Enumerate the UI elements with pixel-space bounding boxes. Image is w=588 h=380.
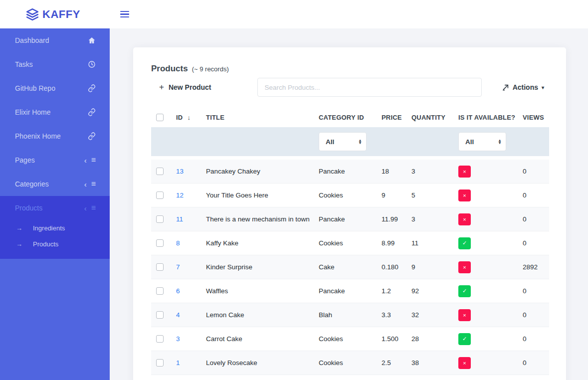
available-no-badge: × [458, 213, 471, 225]
sidebar-item-pages[interactable]: Pages‹≡ [0, 148, 110, 172]
row-checkbox[interactable] [156, 263, 164, 271]
row-quantity: 28 [411, 335, 458, 343]
row-checkbox[interactable] [156, 168, 164, 175]
row-quantity: 11 [411, 239, 458, 247]
sidebar: DashboardTasksGitHub RepoElixir HomePhoe… [0, 28, 110, 380]
available-yes-badge: ✓ [458, 285, 471, 297]
export-arrow-icon [502, 84, 509, 91]
row-id-link[interactable]: 7 [176, 263, 180, 271]
available-no-badge: × [458, 166, 471, 178]
row-title: Your Title Goes Here [206, 191, 319, 199]
link-icon [88, 84, 96, 92]
row-checkbox[interactable] [156, 191, 164, 199]
sidebar-item-products[interactable]: Products‹≡ [0, 196, 110, 220]
row-price: 18 [382, 168, 411, 175]
sidebar-subitem-label: Ingredients [33, 224, 65, 232]
sidebar-item-elixir-home[interactable]: Elixir Home [0, 100, 110, 124]
sidebar-item-tasks[interactable]: Tasks [0, 52, 110, 76]
row-price: 2.5 [382, 359, 411, 367]
row-id-link[interactable]: 11 [176, 215, 183, 223]
sort-desc-icon: ↓ [187, 114, 191, 121]
records-count: (~ 9 records) [192, 65, 229, 73]
column-header-quantity[interactable]: QUANTITY [411, 114, 458, 121]
chevron-left-icon: ‹ [84, 181, 87, 188]
sidebar-item-categories[interactable]: Categories‹≡ [0, 172, 110, 196]
row-id-link[interactable]: 6 [176, 287, 180, 295]
page-title: Products [151, 64, 188, 74]
link-icon [88, 108, 96, 116]
row-price: 0.180 [382, 263, 411, 271]
arrow-right-icon: → [16, 240, 22, 248]
available-no-badge: × [458, 357, 471, 369]
row-title: Kinder Surprise [206, 263, 319, 271]
row-checkbox[interactable] [156, 359, 164, 367]
row-views: 0 [523, 359, 549, 367]
row-checkbox[interactable] [156, 287, 164, 295]
sidebar-subitem-products[interactable]: →Products [0, 236, 110, 252]
sidebar-item-dashboard[interactable]: Dashboard [0, 28, 110, 52]
actions-dropdown-button[interactable]: Actions ▾ [502, 83, 544, 91]
row-category: Pancake [319, 168, 382, 175]
row-views: 2892 [523, 263, 549, 271]
row-quantity: 38 [411, 359, 458, 367]
available-yes-badge: ✓ [458, 333, 471, 345]
sidebar-item-github-repo[interactable]: GitHub Repo [0, 76, 110, 100]
sidebar-group-products: Products‹≡→Ingredients→Products [0, 196, 110, 259]
available-no-badge: × [458, 261, 471, 273]
category-filter-select[interactable]: All ▴▾ [319, 132, 367, 151]
table-body: 13 Pancakey Chakey Pancake 18 3 × 0 12 Y… [151, 160, 549, 375]
chevron-left-icon: ‹ [84, 157, 87, 164]
row-category: Pancake [319, 215, 382, 223]
row-category: Cookies [319, 191, 382, 199]
row-quantity: 3 [411, 215, 458, 223]
column-header-category[interactable]: CATEGORY ID [319, 114, 382, 121]
caret-down-icon: ▾ [542, 85, 544, 90]
sidebar-item-label: GitHub Repo [15, 84, 88, 92]
row-id-link[interactable]: 1 [176, 359, 180, 367]
row-id-link[interactable]: 3 [176, 335, 180, 343]
row-category: Cookies [319, 359, 382, 367]
sidebar-subitem-ingredients[interactable]: →Ingredients [0, 220, 110, 236]
available-filter-select[interactable]: All ▴▾ [458, 132, 506, 151]
select-arrows-icon: ▴▾ [499, 139, 501, 145]
column-header-id[interactable]: ID ↓ [176, 114, 206, 121]
table-row: 4 Lemon Cake Blah 3.3 32 × 0 [151, 303, 549, 327]
filter-row: All ▴▾ All ▴▾ [151, 127, 549, 156]
row-price: 11.99 [382, 215, 411, 223]
row-quantity: 5 [411, 191, 458, 199]
row-checkbox[interactable] [156, 335, 164, 343]
row-title: There is a new mechanism in town [206, 215, 319, 223]
new-product-button[interactable]: + New Product [159, 82, 211, 92]
select-all-checkbox[interactable] [156, 114, 164, 121]
column-header-price[interactable]: PRICE [382, 114, 411, 121]
row-views: 0 [523, 287, 549, 295]
row-category: Cake [319, 263, 382, 271]
row-checkbox[interactable] [156, 311, 164, 319]
row-quantity: 9 [411, 263, 458, 271]
row-checkbox[interactable] [156, 215, 164, 223]
row-id-link[interactable]: 8 [176, 239, 180, 247]
row-views: 0 [523, 335, 549, 343]
row-category: Pancake [319, 287, 382, 295]
sidebar-item-phoenix-home[interactable]: Phoenix Home [0, 124, 110, 148]
search-input[interactable] [257, 78, 482, 97]
row-id-link[interactable]: 12 [176, 191, 184, 199]
row-id-link[interactable]: 13 [176, 168, 184, 175]
sidebar-item-label: Tasks [15, 60, 88, 68]
arrow-right-icon: → [16, 224, 22, 232]
row-id-link[interactable]: 4 [176, 311, 180, 319]
column-header-title[interactable]: TITLE [206, 114, 319, 121]
table-row: 12 Your Title Goes Here Cookies 9 5 × 0 [151, 184, 549, 207]
row-checkbox[interactable] [156, 239, 164, 247]
column-header-available[interactable]: IS IT AVAILABLE? [458, 114, 523, 121]
table-row: 6 Waffles Pancake 1.2 92 ✓ 0 [151, 279, 549, 303]
sidebar-item-label: Dashboard [15, 36, 88, 44]
logo-text: KAFFY [42, 8, 80, 21]
menu-toggle-icon[interactable] [118, 9, 131, 20]
app-logo[interactable]: KAFFY [26, 8, 80, 21]
row-views: 0 [523, 191, 549, 199]
column-header-views[interactable]: VIEWS [523, 114, 549, 121]
row-title: Pancakey Chakey [206, 168, 319, 175]
row-title: Kaffy Kake [206, 239, 319, 247]
row-views: 0 [523, 168, 549, 175]
